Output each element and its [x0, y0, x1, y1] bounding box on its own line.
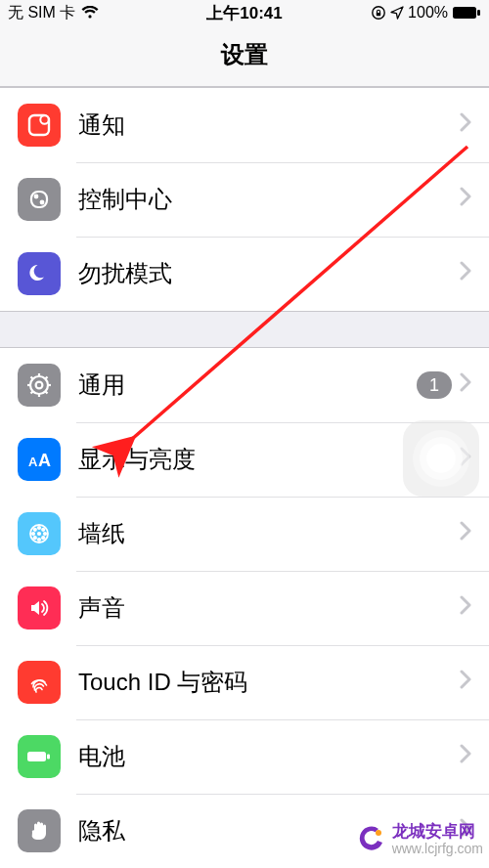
row-label: Touch ID 与密码: [78, 667, 452, 698]
row-wallpaper[interactable]: 墙纸: [0, 497, 489, 571]
svg-point-29: [41, 536, 45, 540]
row-label: 电池: [78, 741, 452, 772]
fingerprint-icon: [18, 661, 61, 704]
row-battery[interactable]: 电池: [0, 719, 489, 794]
chevron-right-icon: [460, 670, 471, 695]
control-center-icon: [18, 178, 61, 221]
battery-icon: [452, 6, 481, 20]
notifications-icon: [18, 104, 61, 147]
chevron-right-icon: [460, 744, 471, 769]
watermark-logo-icon: [353, 823, 386, 856]
status-right: 100%: [371, 4, 481, 22]
carrier-text: 无 SIM 卡: [8, 3, 75, 23]
svg-point-7: [34, 195, 39, 199]
svg-line-15: [31, 377, 33, 379]
row-control-center[interactable]: 控制中心: [0, 162, 489, 237]
status-left: 无 SIM 卡: [8, 3, 99, 23]
battery-row-icon: [18, 735, 61, 778]
svg-rect-2: [453, 7, 476, 19]
svg-rect-31: [27, 752, 46, 761]
chevron-right-icon: [460, 595, 471, 621]
watermark-url: www.lcjrfg.com: [392, 842, 483, 856]
wallpaper-icon: [18, 512, 61, 555]
row-label: 通用: [78, 369, 417, 401]
battery-percent: 100%: [408, 4, 448, 22]
row-label: 控制中心: [78, 184, 452, 215]
row-touch-id[interactable]: Touch ID 与密码: [0, 645, 489, 719]
svg-line-17: [45, 377, 47, 379]
svg-point-34: [376, 830, 381, 836]
svg-point-5: [40, 115, 48, 123]
location-icon: [390, 6, 404, 20]
group-spacer: [0, 312, 489, 347]
chevron-right-icon: [460, 187, 471, 212]
row-label: 勿扰模式: [78, 258, 452, 289]
watermark: 龙城安卓网 www.lcjrfg.com: [353, 823, 483, 856]
chevron-right-icon: [460, 372, 471, 398]
row-notifications[interactable]: 通知: [0, 88, 489, 162]
svg-line-18: [31, 391, 33, 393]
page-title: 设置: [0, 39, 489, 70]
chevron-right-icon: [460, 261, 471, 286]
moon-icon: [18, 252, 61, 295]
chevron-right-icon: [460, 112, 471, 138]
svg-text:A: A: [38, 451, 51, 470]
svg-point-22: [37, 526, 41, 530]
badge-count: 1: [417, 371, 452, 399]
orientation-lock-icon: [371, 5, 386, 21]
watermark-brand: 龙城安卓网: [392, 823, 483, 842]
svg-point-28: [33, 536, 37, 540]
svg-rect-32: [47, 755, 50, 760]
assistive-ring: [420, 437, 463, 480]
settings-group-1: 通知 控制中心 勿扰模式: [0, 87, 489, 312]
chevron-right-icon: [460, 521, 471, 546]
svg-point-23: [37, 538, 41, 542]
svg-text:A: A: [28, 455, 38, 469]
assistive-ring: [426, 444, 456, 473]
row-general[interactable]: 通用 1: [0, 348, 489, 422]
svg-line-16: [45, 391, 47, 393]
svg-rect-3: [477, 10, 480, 16]
assistive-ring: [413, 430, 469, 487]
svg-point-27: [41, 528, 45, 532]
row-do-not-disturb[interactable]: 勿扰模式: [0, 237, 489, 311]
svg-point-30: [37, 532, 41, 536]
svg-point-10: [36, 382, 43, 389]
assistive-touch-button[interactable]: [403, 420, 479, 497]
status-bar: 无 SIM 卡 上午10:41 100%: [0, 0, 489, 25]
svg-point-24: [31, 532, 35, 536]
row-label: 显示与亮度: [78, 444, 452, 475]
text-size-icon: AA: [18, 438, 61, 481]
hand-icon: [18, 809, 61, 852]
header: 设置: [0, 25, 489, 87]
svg-point-26: [33, 528, 37, 532]
gear-icon: [18, 364, 61, 407]
row-label: 通知: [78, 109, 452, 141]
svg-point-9: [30, 376, 48, 394]
svg-point-25: [43, 532, 47, 536]
svg-rect-6: [31, 192, 47, 207]
row-sound[interactable]: 声音: [0, 571, 489, 645]
row-label: 墙纸: [78, 518, 452, 549]
svg-point-8: [40, 200, 45, 205]
wifi-icon: [81, 6, 99, 20]
svg-rect-1: [377, 13, 380, 16]
row-label: 声音: [78, 592, 452, 624]
speaker-icon: [18, 586, 61, 629]
